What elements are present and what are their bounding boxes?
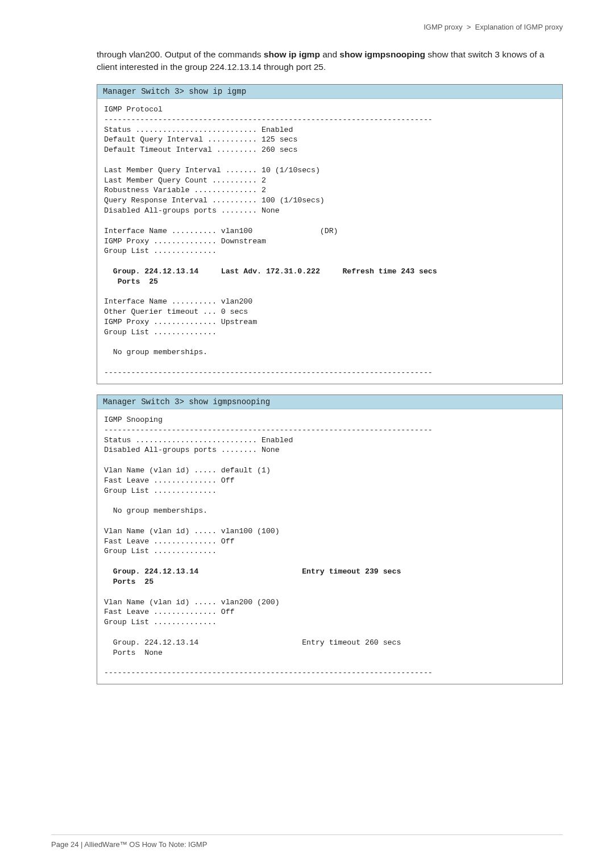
footer-rule xyxy=(51,834,563,835)
igmp-bold-ports: Ports 25 xyxy=(104,277,158,286)
terminal-bar-snooping: Manager Switch 3> show igmpsnooping xyxy=(97,395,562,409)
igmp-body-top: IGMP Protocol --------------------------… xyxy=(104,105,433,255)
snoop-bold-ports: Ports 25 xyxy=(104,578,154,586)
terminal-body-igmp: IGMP Protocol --------------------------… xyxy=(97,99,562,384)
intro-cmd2: show igmpsnooping xyxy=(339,49,425,59)
header-breadcrumb: IGMP proxy > Explanation of IGMP proxy xyxy=(97,23,563,31)
breadcrumb-right: Explanation of IGMP proxy xyxy=(475,23,563,31)
terminal-bar-igmp: Manager Switch 3> show ip igmp xyxy=(97,85,562,99)
intro-mid: and xyxy=(320,49,339,59)
snoop-body-bottom: Vlan Name (vlan id) ..... vlan200 (200) … xyxy=(104,598,433,678)
igmp-bold-group: Group. 224.12.13.14 Last Adv. 172.31.0.2… xyxy=(104,267,437,276)
intro-text-before: through vlan200. Output of the commands xyxy=(97,49,264,59)
snoop-body-top: IGMP Snooping --------------------------… xyxy=(104,416,433,556)
terminal-box-igmp: Manager Switch 3> show ip igmp IGMP Prot… xyxy=(97,84,563,384)
breadcrumb-left: IGMP proxy xyxy=(424,23,462,31)
terminal-box-snooping: Manager Switch 3> show igmpsnooping IGMP… xyxy=(97,394,563,684)
terminal-body-snooping: IGMP Snooping --------------------------… xyxy=(97,409,562,684)
intro-paragraph: through vlan200. Output of the commands … xyxy=(97,48,563,74)
igmp-body-bottom: Interface Name .......... vlan200 Other … xyxy=(104,297,433,377)
footer-text: Page 24 | AlliedWare™ OS How To Note: IG… xyxy=(51,840,207,849)
intro-cmd1: show ip igmp xyxy=(264,49,320,59)
page-container: IGMP proxy > Explanation of IGMP proxy t… xyxy=(0,0,614,868)
snoop-bold-group: Group. 224.12.13.14 Entry timeout 239 se… xyxy=(104,567,401,576)
